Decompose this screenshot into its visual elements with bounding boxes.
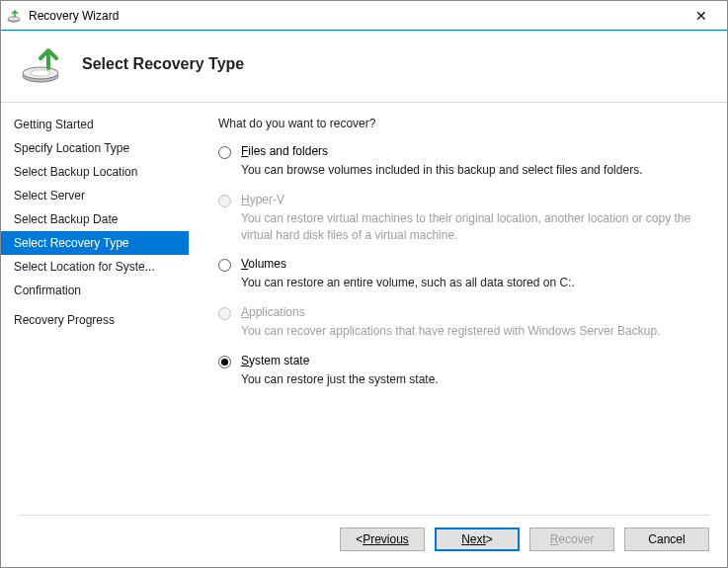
option-label: Hyper-V xyxy=(241,193,709,206)
radio-hyperv xyxy=(218,195,231,207)
step-select-recovery-type[interactable]: Select Recovery Type xyxy=(1,231,189,255)
radio-files[interactable] xyxy=(218,146,231,159)
cancel-button[interactable]: Cancel xyxy=(624,527,709,551)
step-confirmation[interactable]: Confirmation xyxy=(1,279,189,302)
wizard-body: Getting Started Specify Location Type Se… xyxy=(1,103,727,515)
app-icon xyxy=(7,8,23,24)
recover-prompt: What do you want to recover? xyxy=(218,117,709,130)
next-label: Next xyxy=(461,532,486,546)
step-select-server[interactable]: Select Server xyxy=(1,184,189,207)
radio-applications xyxy=(218,307,231,320)
option-applications: Applications You can recover application… xyxy=(218,305,709,340)
svg-point-4 xyxy=(31,70,50,76)
step-select-backup-location[interactable]: Select Backup Location xyxy=(1,160,189,184)
recover-label: Recover xyxy=(550,532,595,546)
option-label: System state xyxy=(241,354,439,367)
option-system-state[interactable]: System state You can restore just the sy… xyxy=(218,354,709,388)
option-volumes[interactable]: Volumes You can restore an entire volume… xyxy=(218,257,709,291)
header-icon xyxy=(19,44,66,84)
radio-volumes[interactable] xyxy=(218,259,231,272)
wizard-header: Select Recovery Type xyxy=(1,31,727,102)
radio-system-state[interactable] xyxy=(218,356,231,368)
wizard-footer: < Previous Next > Recover Cancel xyxy=(1,516,727,567)
option-desc: You can recover applications that have r… xyxy=(241,323,660,340)
option-desc: You can browse volumes included in this … xyxy=(241,162,642,179)
option-hyper-v: Hyper-V You can restore virtual machines… xyxy=(218,193,709,244)
previous-button[interactable]: < Previous xyxy=(340,527,425,551)
step-specify-location-type[interactable]: Specify Location Type xyxy=(1,136,189,160)
svg-point-1 xyxy=(8,16,20,20)
recovery-wizard-window: Recovery Wizard ✕ Select Recovery Type G… xyxy=(0,0,728,568)
wizard-steps-sidebar: Getting Started Specify Location Type Se… xyxy=(1,103,189,515)
step-recovery-progress[interactable]: Recovery Progress xyxy=(1,308,189,332)
recover-button: Recover xyxy=(529,527,614,551)
next-button[interactable]: Next > xyxy=(435,527,520,551)
step-select-location-for-system[interactable]: Select Location for Syste... xyxy=(1,255,189,279)
option-label: Volumes xyxy=(241,257,575,271)
option-desc: You can restore just the system state. xyxy=(241,371,439,388)
step-select-backup-date[interactable]: Select Backup Date xyxy=(1,207,189,231)
wizard-main: What do you want to recover? Files and f… xyxy=(189,103,727,515)
option-label: Files and folders xyxy=(241,144,642,158)
option-label: Applications xyxy=(241,305,660,319)
option-desc: You can restore virtual machines to thei… xyxy=(241,210,709,244)
previous-label: Previous xyxy=(363,532,409,546)
titlebar[interactable]: Recovery Wizard ✕ xyxy=(1,1,727,31)
option-desc: You can restore an entire volume, such a… xyxy=(241,275,575,291)
step-getting-started[interactable]: Getting Started xyxy=(1,113,189,136)
window-title: Recovery Wizard xyxy=(29,9,682,23)
close-button[interactable]: ✕ xyxy=(682,2,721,30)
option-files-and-folders[interactable]: Files and folders You can browse volumes… xyxy=(218,144,709,179)
page-title: Select Recovery Type xyxy=(82,55,244,73)
